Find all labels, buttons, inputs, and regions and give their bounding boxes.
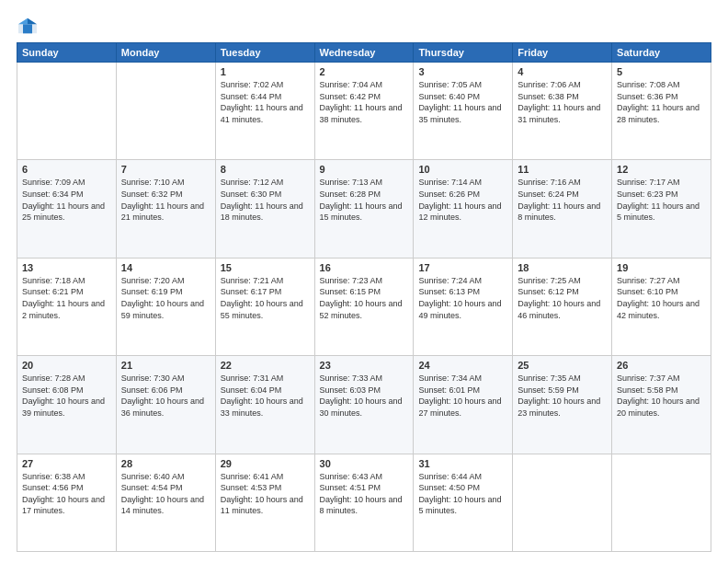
calendar-cell: 8Sunrise: 7:12 AM Sunset: 6:30 PM Daylig…	[215, 160, 314, 258]
calendar-cell: 16Sunrise: 7:23 AM Sunset: 6:15 PM Dayli…	[314, 258, 414, 355]
day-number: 21	[121, 360, 210, 371]
day-number: 29	[221, 458, 310, 469]
day-number: 28	[121, 458, 210, 469]
day-info: Sunrise: 7:33 AM Sunset: 6:03 PM Dayligh…	[320, 373, 409, 419]
calendar-cell: 24Sunrise: 7:34 AM Sunset: 6:01 PM Dayli…	[414, 356, 513, 454]
day-info: Sunrise: 7:09 AM Sunset: 6:34 PM Dayligh…	[22, 177, 111, 223]
day-info: Sunrise: 7:06 AM Sunset: 6:38 PM Dayligh…	[518, 79, 607, 125]
day-number: 23	[320, 360, 409, 371]
day-info: Sunrise: 7:08 AM Sunset: 6:36 PM Dayligh…	[617, 79, 706, 125]
day-info: Sunrise: 7:05 AM Sunset: 6:40 PM Dayligh…	[418, 79, 507, 125]
weekday-header-saturday: Saturday	[612, 43, 711, 63]
day-info: Sunrise: 7:30 AM Sunset: 6:06 PM Dayligh…	[121, 373, 210, 419]
day-info: Sunrise: 7:12 AM Sunset: 6:30 PM Dayligh…	[221, 177, 310, 223]
day-number: 1	[221, 66, 310, 77]
calendar-cell: 13Sunrise: 7:18 AM Sunset: 6:21 PM Dayli…	[17, 258, 117, 355]
week-row-3: 13Sunrise: 7:18 AM Sunset: 6:21 PM Dayli…	[17, 258, 711, 355]
calendar-cell: 25Sunrise: 7:35 AM Sunset: 5:59 PM Dayli…	[513, 356, 612, 454]
week-row-1: 1Sunrise: 7:02 AM Sunset: 6:44 PM Daylig…	[17, 63, 711, 160]
weekday-header-row: SundayMondayTuesdayWednesdayThursdayFrid…	[17, 43, 711, 63]
day-number: 31	[418, 458, 507, 469]
calendar-cell: 3Sunrise: 7:05 AM Sunset: 6:40 PM Daylig…	[414, 63, 513, 160]
day-number: 18	[518, 262, 607, 273]
calendar-cell: 22Sunrise: 7:31 AM Sunset: 6:04 PM Dayli…	[215, 356, 314, 454]
day-number: 13	[22, 262, 111, 273]
day-info: Sunrise: 6:41 AM Sunset: 4:53 PM Dayligh…	[221, 471, 310, 517]
day-number: 2	[320, 66, 409, 77]
day-info: Sunrise: 7:27 AM Sunset: 6:10 PM Dayligh…	[617, 275, 706, 321]
day-number: 22	[221, 360, 310, 371]
day-info: Sunrise: 7:17 AM Sunset: 6:23 PM Dayligh…	[617, 177, 706, 223]
calendar-cell: 2Sunrise: 7:04 AM Sunset: 6:42 PM Daylig…	[314, 63, 414, 160]
day-number: 5	[617, 66, 706, 77]
day-info: Sunrise: 7:18 AM Sunset: 6:21 PM Dayligh…	[22, 275, 111, 321]
weekday-header-sunday: Sunday	[17, 43, 117, 63]
calendar-cell: 4Sunrise: 7:06 AM Sunset: 6:38 PM Daylig…	[513, 63, 612, 160]
day-number: 19	[617, 262, 706, 273]
calendar-cell: 1Sunrise: 7:02 AM Sunset: 6:44 PM Daylig…	[215, 63, 314, 160]
day-number: 30	[320, 458, 409, 469]
weekday-header-thursday: Thursday	[414, 43, 513, 63]
day-info: Sunrise: 7:10 AM Sunset: 6:32 PM Dayligh…	[121, 177, 210, 223]
weekday-header-monday: Monday	[116, 43, 215, 63]
svg-rect-4	[23, 24, 32, 33]
day-info: Sunrise: 7:23 AM Sunset: 6:15 PM Dayligh…	[320, 275, 409, 321]
day-info: Sunrise: 6:38 AM Sunset: 4:56 PM Dayligh…	[22, 471, 111, 517]
calendar-cell	[116, 63, 215, 160]
weekday-header-wednesday: Wednesday	[314, 43, 414, 63]
day-info: Sunrise: 7:02 AM Sunset: 6:44 PM Dayligh…	[221, 79, 310, 125]
page: SundayMondayTuesdayWednesdayThursdayFrid…	[0, 0, 728, 563]
day-number: 20	[22, 360, 111, 371]
day-number: 14	[121, 262, 210, 273]
day-number: 12	[617, 164, 706, 175]
header	[17, 17, 711, 35]
calendar-cell: 11Sunrise: 7:16 AM Sunset: 6:24 PM Dayli…	[513, 160, 612, 258]
calendar-cell: 7Sunrise: 7:10 AM Sunset: 6:32 PM Daylig…	[116, 160, 215, 258]
day-number: 24	[418, 360, 507, 371]
day-number: 7	[121, 164, 210, 175]
day-info: Sunrise: 6:44 AM Sunset: 4:50 PM Dayligh…	[418, 471, 507, 517]
day-info: Sunrise: 6:40 AM Sunset: 4:54 PM Dayligh…	[121, 471, 210, 517]
calendar: SundayMondayTuesdayWednesdayThursdayFrid…	[17, 42, 711, 552]
calendar-cell: 21Sunrise: 7:30 AM Sunset: 6:06 PM Dayli…	[116, 356, 215, 454]
day-number: 15	[221, 262, 310, 273]
calendar-cell: 14Sunrise: 7:20 AM Sunset: 6:19 PM Dayli…	[116, 258, 215, 355]
day-number: 25	[518, 360, 607, 371]
calendar-cell	[17, 63, 117, 160]
day-number: 8	[221, 164, 310, 175]
day-number: 4	[518, 66, 607, 77]
day-number: 26	[617, 360, 706, 371]
calendar-cell	[513, 454, 612, 551]
calendar-cell: 19Sunrise: 7:27 AM Sunset: 6:10 PM Dayli…	[612, 258, 711, 355]
calendar-cell: 23Sunrise: 7:33 AM Sunset: 6:03 PM Dayli…	[314, 356, 414, 454]
day-number: 9	[320, 164, 409, 175]
calendar-cell: 26Sunrise: 7:37 AM Sunset: 5:58 PM Dayli…	[612, 356, 711, 454]
calendar-cell: 30Sunrise: 6:43 AM Sunset: 4:51 PM Dayli…	[314, 454, 414, 551]
week-row-5: 27Sunrise: 6:38 AM Sunset: 4:56 PM Dayli…	[17, 454, 711, 551]
weekday-header-friday: Friday	[513, 43, 612, 63]
calendar-cell: 29Sunrise: 6:41 AM Sunset: 4:53 PM Dayli…	[215, 454, 314, 551]
calendar-cell: 10Sunrise: 7:14 AM Sunset: 6:26 PM Dayli…	[414, 160, 513, 258]
calendar-cell: 18Sunrise: 7:25 AM Sunset: 6:12 PM Dayli…	[513, 258, 612, 355]
day-info: Sunrise: 7:25 AM Sunset: 6:12 PM Dayligh…	[518, 275, 607, 321]
day-info: Sunrise: 7:28 AM Sunset: 6:08 PM Dayligh…	[22, 373, 111, 419]
calendar-cell: 31Sunrise: 6:44 AM Sunset: 4:50 PM Dayli…	[414, 454, 513, 551]
day-info: Sunrise: 7:24 AM Sunset: 6:13 PM Dayligh…	[418, 275, 507, 321]
day-info: Sunrise: 7:20 AM Sunset: 6:19 PM Dayligh…	[121, 275, 210, 321]
day-info: Sunrise: 7:13 AM Sunset: 6:28 PM Dayligh…	[320, 177, 409, 223]
calendar-cell: 6Sunrise: 7:09 AM Sunset: 6:34 PM Daylig…	[17, 160, 117, 258]
day-info: Sunrise: 7:37 AM Sunset: 5:58 PM Dayligh…	[617, 373, 706, 419]
day-info: Sunrise: 7:31 AM Sunset: 6:04 PM Dayligh…	[221, 373, 310, 419]
logo-icon	[17, 17, 39, 35]
day-number: 6	[22, 164, 111, 175]
day-info: Sunrise: 7:16 AM Sunset: 6:24 PM Dayligh…	[518, 177, 607, 223]
day-number: 17	[418, 262, 507, 273]
calendar-cell: 12Sunrise: 7:17 AM Sunset: 6:23 PM Dayli…	[612, 160, 711, 258]
calendar-cell: 5Sunrise: 7:08 AM Sunset: 6:36 PM Daylig…	[612, 63, 711, 160]
calendar-cell: 20Sunrise: 7:28 AM Sunset: 6:08 PM Dayli…	[17, 356, 117, 454]
day-number: 16	[320, 262, 409, 273]
calendar-cell: 15Sunrise: 7:21 AM Sunset: 6:17 PM Dayli…	[215, 258, 314, 355]
day-number: 11	[518, 164, 607, 175]
calendar-cell: 28Sunrise: 6:40 AM Sunset: 4:54 PM Dayli…	[116, 454, 215, 551]
day-info: Sunrise: 7:34 AM Sunset: 6:01 PM Dayligh…	[418, 373, 507, 419]
